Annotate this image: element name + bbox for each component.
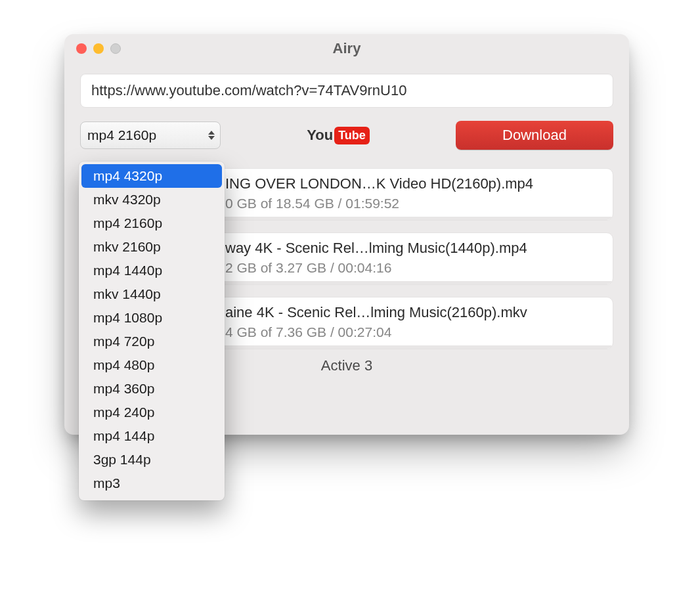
format-option[interactable]: mp4 720p <box>79 330 225 353</box>
format-option[interactable]: mp4 144p <box>79 424 225 448</box>
maximize-icon[interactable] <box>110 43 121 54</box>
download-status: 2 GB of 3.27 GB / 00:04:16 <box>225 260 601 276</box>
format-option[interactable]: 3gp 144p <box>79 448 225 471</box>
format-option[interactable]: mp4 360p <box>79 377 225 401</box>
format-option[interactable]: mp3 <box>79 471 225 495</box>
logo-text-you: You <box>307 127 333 144</box>
stepper-icon <box>208 122 215 148</box>
window-controls <box>76 43 121 54</box>
titlebar: Airy <box>64 34 629 63</box>
download-title: way 4K - Scenic Rel…lming Music(1440p).m… <box>225 240 601 257</box>
logo-text-tube: Tube <box>334 127 370 144</box>
format-select-value: mp4 2160p <box>87 127 156 143</box>
format-option[interactable]: mp4 2160p <box>79 211 225 235</box>
close-icon[interactable] <box>76 43 87 54</box>
download-status: 4 GB of 7.36 GB / 00:27:04 <box>225 324 601 340</box>
download-button[interactable]: Download <box>456 121 613 150</box>
url-value: https://www.youtube.com/watch?v=74TAV9rn… <box>91 82 406 99</box>
format-option[interactable]: mp4 480p <box>79 353 225 377</box>
window-title: Airy <box>64 40 629 57</box>
format-option[interactable]: mp4 1080p <box>79 306 225 330</box>
status-text: Active 3 <box>321 357 372 374</box>
format-option[interactable]: mkv 2160p <box>79 235 225 259</box>
format-dropdown[interactable]: mp4 4320p mkv 4320p mp4 2160p mkv 2160p … <box>79 162 225 500</box>
chevron-down-icon <box>208 136 215 140</box>
format-option[interactable]: mkv 4320p <box>79 188 225 211</box>
format-option[interactable]: mp4 240p <box>79 401 225 424</box>
download-status: 0 GB of 18.54 GB / 01:59:52 <box>225 196 601 211</box>
format-option[interactable]: mp4 1440p <box>79 259 225 282</box>
download-button-label: Download <box>502 127 567 144</box>
minimize-icon[interactable] <box>93 43 104 54</box>
format-option[interactable]: mkv 1440p <box>79 282 225 306</box>
download-title: aine 4K - Scenic Rel…lming Music(2160p).… <box>225 304 601 321</box>
format-select[interactable]: mp4 2160p <box>80 121 221 149</box>
format-option[interactable]: mp4 4320p <box>81 164 222 188</box>
source-logo: You Tube <box>231 127 445 144</box>
toolbar: mp4 2160p You Tube Download <box>80 121 613 150</box>
download-title: ING OVER LONDON…K Video HD(2160p).mp4 <box>225 175 601 192</box>
chevron-up-icon <box>208 131 215 135</box>
url-input[interactable]: https://www.youtube.com/watch?v=74TAV9rn… <box>80 74 613 108</box>
